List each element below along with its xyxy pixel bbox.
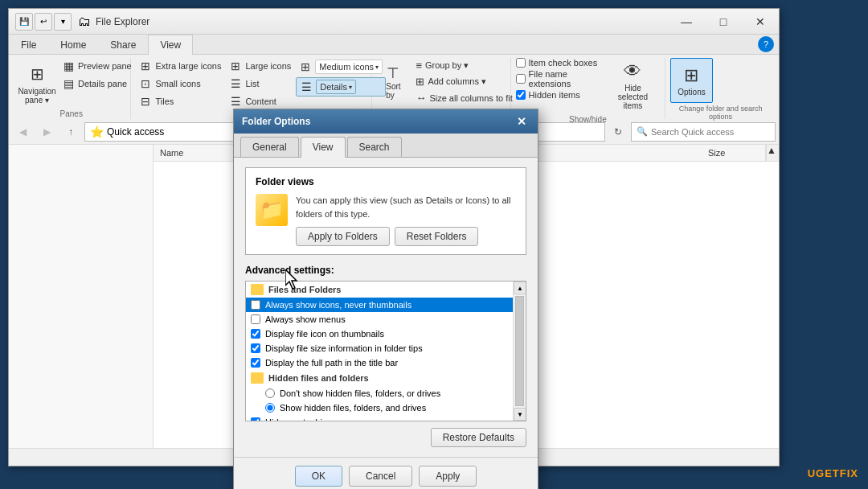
dialog-tab-search[interactable]: Search (347, 137, 402, 157)
dialog-tab-general[interactable]: General (240, 137, 299, 157)
display-file-size-checkbox[interactable] (251, 343, 260, 353)
settings-category-files-folders: Files and Folders (246, 281, 526, 298)
folder-views-row: 📁 You can apply this view (such as Detai… (256, 194, 516, 246)
scroll-thumb[interactable] (515, 296, 524, 406)
folder-views-buttons: Apply to Folders Reset Folders (296, 227, 516, 246)
files-folders-icon (251, 284, 264, 295)
always-show-menus-label: Always show menus (265, 314, 346, 324)
apply-to-folders-button[interactable]: Apply to Folders (296, 227, 390, 246)
restore-defaults-button[interactable]: Restore Defaults (431, 428, 526, 447)
settings-item-display-file-size[interactable]: Display file size information in folder … (246, 341, 526, 355)
dialog-title: Folder Options (242, 116, 310, 127)
always-show-menus-checkbox[interactable] (251, 314, 260, 324)
settings-item-always-show-menus[interactable]: Always show menus (246, 312, 526, 327)
dialog-body: Folder views 📁 You can apply this view (… (234, 158, 538, 457)
folder-views-title: Folder views (256, 176, 516, 187)
advanced-settings-label: Advanced settings: (245, 265, 526, 276)
settings-item-display-full-path[interactable]: Display the full path in the title bar (246, 355, 526, 370)
settings-item-dont-show-hidden[interactable]: Don't show hidden files, folders, or dri… (246, 386, 526, 401)
dont-show-hidden-label: Don't show hidden files, folders, or dri… (280, 388, 440, 398)
dialog-overlay: Folder Options ✕ General View Search Fol… (0, 0, 868, 489)
display-file-icon-label: Display file icon on thumbnails (265, 329, 384, 339)
scroll-down-arrow[interactable]: ▼ (514, 408, 526, 421)
display-full-path-label: Display the full path in the title bar (265, 358, 398, 368)
cancel-button[interactable]: Cancel (349, 466, 412, 487)
folder-views-icon: 📁 (256, 194, 288, 226)
always-show-icons-checkbox[interactable] (251, 300, 260, 310)
show-hidden-radio[interactable] (265, 403, 275, 413)
show-hidden-label: Show hidden files, folders, and drives (280, 403, 426, 413)
dialog-close-button[interactable]: ✕ (514, 113, 530, 129)
dialog-tab-bar: General View Search (234, 134, 538, 158)
settings-list[interactable]: Files and Folders Always show icons, nev… (245, 281, 526, 421)
dialog-footer: OK Cancel Apply (234, 457, 538, 489)
display-full-path-checkbox[interactable] (251, 358, 260, 368)
scroll-up-arrow[interactable]: ▲ (514, 281, 526, 294)
hide-empty-drives-checkbox[interactable] (251, 417, 260, 421)
always-show-icons-label: Always show icons, never thumbnails (265, 300, 411, 310)
dialog-title-bar: Folder Options ✕ (234, 109, 538, 134)
folder-options-dialog: Folder Options ✕ General View Search Fol… (233, 109, 538, 489)
settings-scrollbar[interactable]: ▲ ▼ (513, 281, 526, 421)
settings-category-hidden-files: Hidden files and folders (246, 370, 526, 386)
settings-item-show-hidden[interactable]: Show hidden files, folders, and drives (246, 401, 526, 415)
hidden-files-icon (251, 372, 264, 384)
dont-show-hidden-radio[interactable] (265, 388, 275, 398)
hide-empty-drives-label: Hide empty drives (265, 417, 336, 421)
display-file-size-label: Display file size information in folder … (265, 343, 423, 353)
settings-item-display-file-icon[interactable]: Display file icon on thumbnails (246, 327, 526, 341)
folder-views-description: You can apply this view (such as Details… (296, 194, 516, 246)
restore-defaults-row: Restore Defaults (245, 428, 526, 447)
folder-views-section: Folder views 📁 You can apply this view (… (245, 167, 526, 255)
settings-item-hide-empty-drives[interactable]: Hide empty drives (246, 415, 526, 421)
dialog-tab-view[interactable]: View (301, 137, 346, 158)
ok-button[interactable]: OK (295, 466, 342, 487)
hidden-files-label: Hidden files and folders (268, 373, 369, 383)
apply-button[interactable]: Apply (419, 466, 477, 487)
folder-views-text: You can apply this view (such as Details… (296, 194, 516, 220)
files-folders-label: Files and Folders (268, 285, 341, 294)
settings-item-always-show-icons[interactable]: Always show icons, never thumbnails (246, 298, 526, 312)
display-file-icon-checkbox[interactable] (251, 329, 260, 339)
reset-folders-button[interactable]: Reset Folders (395, 227, 479, 246)
